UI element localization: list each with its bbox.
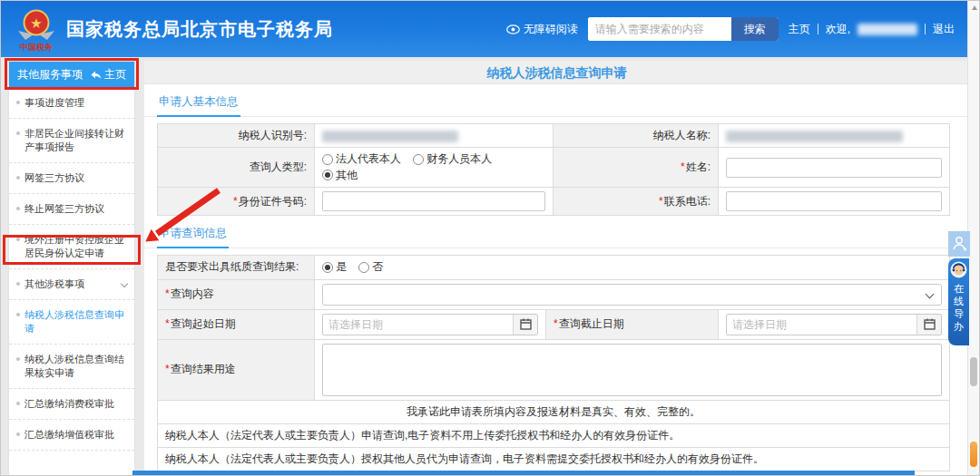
table-row: 是否要求出具纸质查询结果: 是 否 xyxy=(158,256,950,280)
start-date-label: 查询起始日期 xyxy=(171,317,236,330)
bullet-icon xyxy=(16,101,20,104)
page-title: 纳税人涉税信息查询申请 xyxy=(144,61,969,84)
redacted-username xyxy=(858,24,917,35)
table-row: *身份证件号码: *联系电话: xyxy=(158,188,950,216)
radio-finance-staff[interactable]: 财务人员本人 xyxy=(413,151,492,167)
sidebar-item-consumption-tax-approval[interactable]: 汇总缴纳消费税审批 xyxy=(9,389,134,420)
id-number-label: 身份证件号码: xyxy=(239,195,307,208)
accessibility-label: 无障碍阅读 xyxy=(524,22,578,37)
radio-icon-checked[interactable] xyxy=(322,262,333,273)
radio-label: 是 xyxy=(336,259,347,275)
sidebar-item-nonresident-transfer-report[interactable]: 非居民企业间接转让财产事项报告 xyxy=(9,119,134,163)
sidebar-item-vat-approval[interactable]: 汇总缴纳增值税审批 xyxy=(9,420,134,451)
radio-icon[interactable] xyxy=(322,154,333,165)
back-home-link[interactable]: 主页 xyxy=(91,67,126,83)
eye-icon xyxy=(506,24,520,34)
sidebar-item-label: 终止网签三方协议 xyxy=(24,202,104,216)
bullet-icon xyxy=(16,207,20,210)
required-mark: * xyxy=(659,195,663,208)
table-row: *查询起始日期 *查询截止日期 xyxy=(158,309,950,339)
query-info-table: 是否要求出具纸质查询结果: 是 否 *查询内容 xyxy=(157,255,950,471)
required-mark: * xyxy=(165,287,170,300)
sidebar-item-tripartite-agreement[interactable]: 网签三方协议 xyxy=(9,163,134,194)
sidebar-item-label: 其他涉税事项 xyxy=(24,277,84,291)
logout-link[interactable]: 退出 xyxy=(933,22,955,37)
sidebar-item-label: 纳税人涉税信息查询申请 xyxy=(24,308,130,335)
end-date-input[interactable] xyxy=(727,315,916,335)
footer-strip xyxy=(132,471,915,476)
nav-divider xyxy=(818,24,818,34)
note-authorized-query: 纳税人本人（法定代表人或主要负责人）授权其他人员代为申请查询，电子资料需提交委托… xyxy=(165,452,764,465)
calendar-icon[interactable] xyxy=(513,315,537,335)
sidebar-item-query-result-verification[interactable]: 纳税人涉税信息查询结果核实申请 xyxy=(9,345,134,389)
query-content-select[interactable] xyxy=(322,284,942,306)
radio-label: 否 xyxy=(372,259,383,275)
online-service-button[interactable]: ★ xyxy=(948,231,970,257)
sidebar-item-overseas-resident-identification[interactable]: 境外注册中资控股企业居民身份认定申请 xyxy=(9,225,134,269)
radio-other[interactable]: 其他 xyxy=(322,168,358,183)
sidebar: 其他服务事项 主页 事项进度管理 非居民企业间接转让财产事项报告 网签三方协议 … xyxy=(8,61,135,476)
table-row: 纳税人本人（法定代表人或主要负责人）授权其他人员代为申请查询，电子资料需提交委托… xyxy=(158,447,950,471)
taxpayer-name-label: 纳税人名称: xyxy=(653,129,710,141)
query-content-label: 查询内容 xyxy=(171,287,214,300)
welcome-label: 欢迎, xyxy=(826,22,850,37)
phone-label: 联系电话: xyxy=(664,195,710,208)
radio-icon-checked[interactable] xyxy=(322,170,333,180)
radio-paper-no[interactable]: 否 xyxy=(358,259,383,275)
accessibility-toggle[interactable]: 无障碍阅读 xyxy=(506,22,578,37)
chevron-down-icon xyxy=(121,280,128,287)
online-guide-tab[interactable]: 在线导办 xyxy=(948,258,969,345)
radio-icon[interactable] xyxy=(358,262,369,273)
commitment-text: 我承诺此申请表所填内容及报送材料是真实、有效、完整的。 xyxy=(407,405,701,418)
section-basic-info-title: 申请人基本信息 xyxy=(157,88,240,117)
paper-result-label: 是否要求出具纸质查询结果: xyxy=(165,260,299,273)
scrollbar-thumb[interactable] xyxy=(970,357,977,386)
sidebar-item-terminate-tripartite-agreement[interactable]: 终止网签三方协议 xyxy=(9,194,134,225)
app-window: ★ 中国税务 国家税务总局北京市电子税务局 无障碍阅读 搜索 主页 欢迎, xyxy=(0,0,980,476)
start-date-input[interactable] xyxy=(323,315,513,335)
bullet-icon xyxy=(16,282,20,286)
search-input[interactable] xyxy=(588,17,731,41)
bullet-icon xyxy=(16,402,20,405)
usage-label: 查询结果用途 xyxy=(171,363,236,375)
id-number-input[interactable] xyxy=(322,191,545,211)
radio-paper-yes[interactable]: 是 xyxy=(322,259,347,275)
chevron-down-icon xyxy=(926,289,935,298)
online-guide-label: 在线导办 xyxy=(953,282,965,333)
phone-input[interactable] xyxy=(726,191,942,211)
svg-text:★: ★ xyxy=(30,15,42,31)
back-home-label: 主页 xyxy=(104,67,126,83)
sidebar-item-label: 事项进度管理 xyxy=(24,96,84,110)
section-basic-info-tabrow: 申请人基本信息 xyxy=(144,88,969,117)
table-row: *查询内容 xyxy=(158,279,950,309)
sidebar-item-label: 网签三方协议 xyxy=(24,171,84,185)
sidebar-title: 其他服务事项 xyxy=(17,67,83,83)
sidebar-item-label: 纳税人涉税信息查询结果核实申请 xyxy=(24,353,130,380)
sidebar-item-tax-info-query-application[interactable]: 纳税人涉税信息查询申请 xyxy=(9,300,134,345)
name-input[interactable] xyxy=(726,158,942,178)
search-button[interactable]: 搜索 xyxy=(731,17,779,41)
scrollbar-thumb-highlight[interactable] xyxy=(970,442,977,467)
main-content: 纳税人涉税信息查询申请 申请人基本信息 纳税人识别号: 纳税人名称: 查询人类型… xyxy=(144,61,969,476)
top-header: ★ 中国税务 国家税务总局北京市电子税务局 无障碍阅读 搜索 主页 欢迎, xyxy=(1,1,969,57)
site-title: 国家税务总局北京市电子税务局 xyxy=(66,17,333,42)
calendar-icon[interactable] xyxy=(916,315,941,335)
header-right-cluster: 无障碍阅读 搜索 主页 欢迎, 退出 xyxy=(506,1,955,57)
home-link[interactable]: 主页 xyxy=(789,22,810,37)
scrollbar-up-arrow[interactable] xyxy=(968,1,980,14)
start-date-field xyxy=(322,314,538,335)
sidebar-item-other-tax-matters[interactable]: 其他涉税事项 xyxy=(9,269,134,300)
sidebar-item-progress-management[interactable]: 事项进度管理 xyxy=(9,88,134,119)
radio-legal-representative[interactable]: 法人代表本人 xyxy=(322,151,401,167)
usage-textarea[interactable] xyxy=(322,344,942,396)
table-row: *查询结果用途 xyxy=(158,339,950,400)
svg-text:★: ★ xyxy=(963,247,966,252)
sidebar-item-label: 非居民企业间接转让财产事项报告 xyxy=(24,127,130,154)
person-star-icon: ★ xyxy=(952,236,966,252)
sidebar-item-label: 汇总缴纳增值税审批 xyxy=(24,428,114,442)
table-row: 我承诺此申请表所填内容及报送材料是真实、有效、完整的。 xyxy=(158,400,950,423)
bullet-icon xyxy=(16,131,20,135)
redacted-taxpayer-id xyxy=(322,131,458,142)
radio-label: 法人代表本人 xyxy=(336,151,401,167)
radio-icon[interactable] xyxy=(413,154,424,165)
